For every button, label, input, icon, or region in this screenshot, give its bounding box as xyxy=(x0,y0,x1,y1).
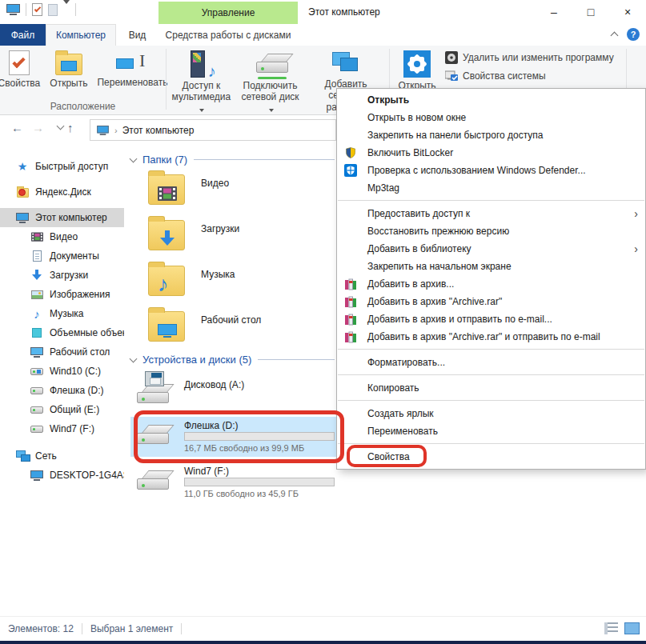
tab-view[interactable]: Вид xyxy=(116,24,158,46)
map-network-drive-button[interactable]: Подключить сетевой диск xyxy=(238,50,303,115)
breadcrumb[interactable]: Этот компьютер xyxy=(122,125,195,136)
menu-item-rename[interactable]: Переименовать xyxy=(337,422,645,440)
items-count: Элементов: 12 xyxy=(0,623,82,634)
folder-tile-desktop[interactable]: Рабочий стол xyxy=(140,310,328,348)
menu-item-share[interactable]: Предоставить доступ к› xyxy=(337,205,645,222)
menu-item-pin-to-start[interactable]: Закрепить на начальном экране xyxy=(337,258,645,275)
recent-locations-icon[interactable] xyxy=(57,122,65,130)
menu-item-create-shortcut[interactable]: Создать ярлык xyxy=(337,405,645,422)
sidebar-item-videos[interactable]: Видео xyxy=(0,227,124,246)
thumbnails-view-icon[interactable] xyxy=(624,622,640,634)
status-divider xyxy=(181,623,182,634)
back-icon[interactable]: ← xyxy=(11,121,23,134)
sidebar-item-drive-d[interactable]: Флешка (D:) xyxy=(0,381,124,400)
menu-item-winrar-add[interactable]: Добавить в архив... xyxy=(337,275,645,293)
ribbon-tabs: Файл Компьютер Вид Средства работы с дис… xyxy=(0,24,646,46)
minimize-button[interactable]: – xyxy=(536,0,572,24)
sidebar-item-drive-f[interactable]: Wind7 (F:) xyxy=(0,419,124,438)
sidebar-item-documents[interactable]: Документы xyxy=(0,246,124,266)
collapse-ribbon-icon[interactable] xyxy=(611,32,619,40)
hard-drive-icon xyxy=(135,467,174,494)
quick-access-star-icon: ★ xyxy=(16,160,29,173)
new-folder-shortcut-icon[interactable] xyxy=(48,4,58,16)
menu-item-enable-bitlocker[interactable]: Включить BitLocker xyxy=(337,144,645,162)
menu-item-pin-quick-access[interactable]: Закрепить на панели быстрого доступа xyxy=(337,126,645,144)
up-icon[interactable]: ↑ xyxy=(67,121,74,134)
system-properties-button[interactable]: Свойства системы xyxy=(445,69,614,82)
sidebar-item-pictures[interactable]: Изображения xyxy=(0,285,124,304)
details-view-icon[interactable] xyxy=(604,622,618,634)
sidebar-item-3d-objects[interactable]: Объемные объекты xyxy=(0,323,124,342)
tab-computer[interactable]: Компьютер xyxy=(46,24,116,46)
downloads-icon xyxy=(30,269,43,282)
sidebar-item-drive-c[interactable]: Wind10 (C:) xyxy=(0,362,124,381)
menu-item-open-new-window[interactable]: Открыть в новом окне xyxy=(337,109,645,126)
collapse-group-icon[interactable] xyxy=(130,354,138,362)
download-arrow-icon xyxy=(159,230,175,246)
menu-item-winrar-add-email[interactable]: Добавить в архив и отправить по e-mail..… xyxy=(337,310,645,328)
capacity-bar xyxy=(184,432,335,441)
drive-icon xyxy=(30,403,43,416)
contextual-tab-header[interactable]: Управление xyxy=(158,2,298,24)
sidebar-item-desktop[interactable]: Рабочий стол xyxy=(0,342,124,362)
menu-item-winrar-add-named[interactable]: Добавить в архив "Archive.rar" xyxy=(337,293,645,310)
tab-disk-tools[interactable]: Средства работы с дисками xyxy=(158,24,298,46)
open-settings-button[interactable]: Открыть xyxy=(395,50,439,92)
folder-icon: ♪ xyxy=(148,266,185,296)
menu-item-mp3tag[interactable]: Mp3tag xyxy=(337,179,645,197)
device-tile-flash-drive[interactable]: Флешка (D:) 16,7 МБ свободно из 99,9 МБ xyxy=(130,417,336,457)
menu-item-defender-scan[interactable]: Проверка с использованием Windows Defend… xyxy=(337,162,645,179)
sidebar-item-desktop-pc[interactable]: DESKTOP-1G4ASGC xyxy=(0,466,124,485)
sidebar-item-network[interactable]: Сеть xyxy=(0,446,124,466)
properties-shortcut-icon[interactable] xyxy=(32,3,42,16)
tab-file[interactable]: Файл xyxy=(0,24,46,46)
menu-item-open[interactable]: Открыть xyxy=(337,91,645,109)
folder-tile-music[interactable]: ♪ Музыка xyxy=(140,264,328,302)
group-header-devices[interactable]: Устройства и диски (5) xyxy=(124,354,336,366)
menu-separator xyxy=(338,200,644,201)
dropdown-arrow-icon xyxy=(199,109,204,112)
forward-icon: → xyxy=(32,121,44,134)
properties-button[interactable]: Свойства xyxy=(0,50,43,90)
sidebar-item-music[interactable]: ♪Музыка xyxy=(0,304,124,323)
menu-item-winrar-add-named-email[interactable]: Добавить в архив "Archive.rar" и отправи… xyxy=(337,328,645,346)
menu-item-format[interactable]: Форматировать... xyxy=(337,354,645,371)
folder-tile-videos[interactable]: Видео xyxy=(140,173,328,211)
device-tile-drive-f[interactable]: Wind7 (F:) 11,0 ГБ свободно из 45,9 ГБ xyxy=(130,462,336,502)
menu-separator xyxy=(338,443,644,444)
help-icon[interactable]: ? xyxy=(627,28,640,41)
sidebar-item-yandex-disk[interactable]: Яндекс.Диск xyxy=(0,182,124,202)
winrar-icon xyxy=(344,278,357,290)
network-icon xyxy=(16,450,29,462)
menu-item-add-to-library[interactable]: Добавить в библиотеку› xyxy=(337,240,645,258)
collapse-group-icon[interactable] xyxy=(130,154,138,162)
customize-toolbar-dropdown[interactable] xyxy=(63,4,70,15)
sidebar-item-downloads[interactable]: Загрузки xyxy=(0,266,124,285)
media-access-button[interactable]: ♪ Доступ к мультимедиа xyxy=(168,50,235,115)
system-properties-icon xyxy=(445,70,458,82)
this-pc-icon xyxy=(6,4,20,15)
open-button[interactable]: Открыть xyxy=(46,50,90,90)
title-bar: Управление Этот компьютер – □ × xyxy=(0,0,646,24)
videos-icon xyxy=(30,230,43,243)
menu-separator xyxy=(338,400,644,401)
menu-item-properties[interactable]: Свойства xyxy=(337,448,645,466)
maximize-button[interactable]: □ xyxy=(572,0,609,24)
close-button[interactable]: × xyxy=(609,0,646,24)
menu-item-restore-previous[interactable]: Восстановить прежнюю версию xyxy=(337,222,645,240)
sidebar-item-this-pc[interactable]: Этот компьютер xyxy=(0,208,124,227)
3d-objects-icon xyxy=(30,326,43,339)
folder-tile-downloads[interactable]: Загрузки xyxy=(140,218,328,257)
group-header-folders[interactable]: Папки (7) xyxy=(124,154,336,166)
menu-item-copy[interactable]: Копировать xyxy=(337,379,645,397)
media-server-icon: ♪ xyxy=(188,50,214,78)
device-tile-floppy[interactable]: Дисковод (A:) xyxy=(130,376,336,416)
menu-separator xyxy=(338,349,644,350)
ribbon-group-location: Свойства Открыть I Переименовать Располо… xyxy=(0,46,166,114)
rename-button[interactable]: I Переименовать xyxy=(94,50,171,89)
sidebar-item-drive-e[interactable]: Общий (E:) xyxy=(0,400,124,419)
context-menu: Открыть Открыть в новом окне Закрепить н… xyxy=(336,88,646,470)
address-input[interactable]: › Этот компьютер xyxy=(90,119,336,141)
sidebar-item-quick-access[interactable]: ★Быстрый доступ xyxy=(0,157,124,176)
uninstall-program-button[interactable]: Удалить или изменить программу xyxy=(445,50,614,64)
